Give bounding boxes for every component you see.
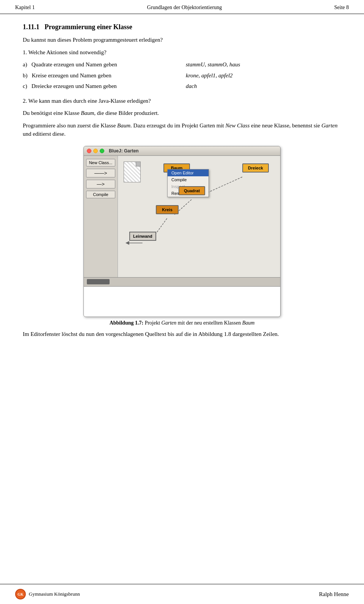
- school-name: Gymnasium Königsbrunn: [29, 591, 80, 597]
- header-left: Kapitel 1: [15, 5, 35, 11]
- caption-text1: Projekt: [143, 320, 161, 326]
- arrow-simple-button[interactable]: —>: [86, 180, 115, 188]
- paragraph-5: Programmiere also nun zuerst die Klasse …: [23, 121, 341, 138]
- author-name: Ralph Henne: [319, 591, 349, 598]
- school-logo-icon: GK: [15, 589, 26, 599]
- minimize-button-icon[interactable]: [93, 149, 98, 153]
- section-title: 1.11.1 Programmierung einer Klasse: [23, 23, 341, 31]
- terminal-area: [84, 286, 280, 317]
- paragraph-4: Du benötigst eine Klasse Baum, die diese…: [23, 109, 341, 118]
- diagram-area: Baum Open Editor Compile Inspect Remove …: [118, 156, 280, 277]
- header-right: Seite 8: [334, 5, 349, 11]
- class-kreis[interactable]: Kreis: [156, 205, 179, 214]
- class-leinwand[interactable]: Leinwand: [129, 232, 156, 241]
- page-footer: GK Gymnasium Königsbrunn Ralph Henne: [0, 584, 364, 604]
- caption-italic1: Garten: [162, 320, 177, 326]
- uncompiled-class-icon: [124, 162, 141, 182]
- svg-line-0: [205, 177, 243, 194]
- context-open-editor[interactable]: Open Editor: [168, 169, 209, 176]
- close-button-icon[interactable]: [87, 149, 91, 153]
- compile-button[interactable]: Compile: [86, 191, 115, 198]
- screenshot-container: BlueJ: Garten New Class... ——> —> Compil…: [23, 146, 341, 326]
- list-section: a) Quadrate erzeugen und Namen geben b) …: [23, 60, 341, 93]
- class-dreieck[interactable]: Dreieck: [242, 163, 269, 173]
- paragraph-1: Du kannst nun dieses Problem programmges…: [23, 36, 341, 44]
- status-bar: [84, 277, 280, 286]
- bluej-body: New Class... ——> —> Compile: [84, 156, 280, 277]
- list-item-a-label: a) Quadrate erzeugen und Namen geben: [23, 60, 178, 69]
- context-compile[interactable]: Compile: [168, 176, 209, 183]
- caption-text2: mit der neu erstellten Klassen: [176, 320, 242, 326]
- list-right: stammU, stammO, haus krone, apfel1, apfe…: [178, 60, 341, 93]
- list-item-a-value: stammU, stammO, haus: [186, 60, 341, 69]
- status-indicator: [87, 279, 110, 284]
- list-item-c-label: c) Dreiecke erzeugen und Namen geben: [23, 82, 178, 91]
- arrow-right-button[interactable]: ——>: [86, 169, 115, 177]
- header-center: Grundlagen der Objektorientierung: [147, 5, 222, 11]
- maximize-button-icon[interactable]: [100, 149, 104, 153]
- list-item-b-value: krone, apfel1, apfel2: [186, 71, 341, 80]
- page-header: Kapitel 1 Grundlagen der Objektorientier…: [0, 0, 364, 14]
- title-bar: BlueJ: Garten: [84, 146, 280, 156]
- list-item-c-value: dach: [186, 82, 341, 91]
- svg-marker-4: [126, 241, 129, 245]
- paragraph-3: 2. Wie kann man dies durch eine Java-Kla…: [23, 97, 341, 105]
- class-quadrat[interactable]: Quadrat: [179, 186, 205, 195]
- footer-logo: GK Gymnasium Königsbrunn: [15, 589, 80, 599]
- new-class-button[interactable]: New Class...: [86, 159, 115, 166]
- paragraph-2: 1. Welche Aktionen sind notwendig?: [23, 48, 341, 57]
- left-toolbar: New Class... ——> —> Compile: [84, 156, 118, 277]
- caption-italic2: Baum: [242, 320, 255, 326]
- bluej-window: BlueJ: Garten New Class... ——> —> Compil…: [83, 146, 281, 317]
- traffic-lights: [87, 149, 104, 153]
- bottom-paragraph: Im Editorfenster löschst du nun den vorg…: [23, 330, 341, 339]
- list-item-b-label: b) Kreise erzeugen und Namen geben: [23, 71, 178, 80]
- caption-bold: Abbildung 1.7:: [110, 320, 143, 326]
- window-title: BlueJ: Garten: [109, 148, 139, 154]
- figure-caption: Abbildung 1.7: Projekt Garten mit der ne…: [110, 320, 255, 326]
- list-left: a) Quadrate erzeugen und Namen geben b) …: [23, 60, 178, 93]
- main-content: 1.11.1 Programmierung einer Klasse Du ka…: [0, 14, 364, 372]
